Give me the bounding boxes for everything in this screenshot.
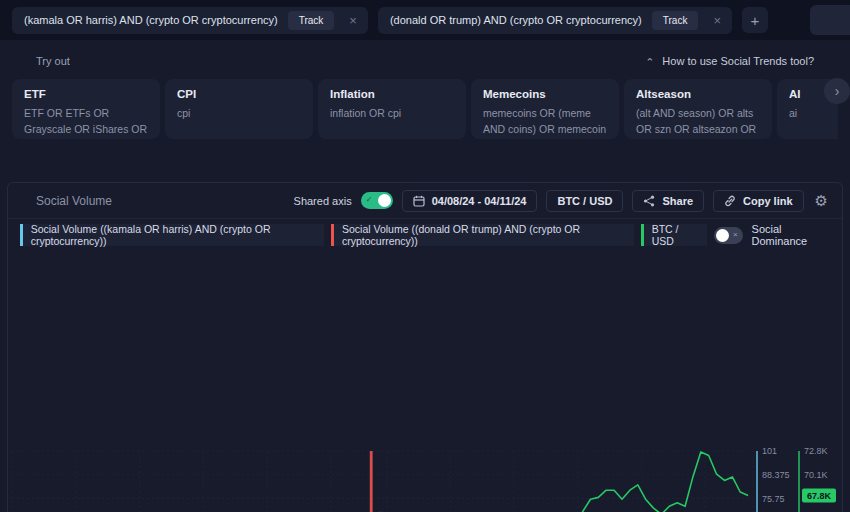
share-label: Share	[662, 195, 693, 207]
tryout-card-inflation[interactable]: Inflation inflation OR cpi	[318, 79, 466, 139]
cards-scroll-right-button[interactable]: ›	[824, 78, 850, 104]
plus-icon: +	[751, 12, 760, 29]
card-title: Inflation	[330, 88, 454, 100]
topbar: (kamala OR harris) AND (crypto OR crypto…	[0, 0, 850, 40]
calendar-icon	[413, 195, 425, 207]
settings-gear-icon[interactable]: ⚙	[813, 192, 830, 210]
card-desc: ETF OR ETFs OR Grayscale OR iShares OR b…	[24, 106, 148, 139]
link-icon	[724, 195, 736, 207]
svg-text:88.375: 88.375	[762, 470, 790, 480]
panel-header: Social Volume Shared axis ✓ 04/08/24 - 0…	[8, 183, 842, 219]
collapse-chevron-icon[interactable]: ⌃	[645, 56, 654, 69]
chevron-right-icon: ›	[835, 83, 840, 99]
query-text: (donald OR trump) AND (crypto OR cryptoc…	[390, 14, 642, 26]
card-title: Altseason	[636, 88, 760, 100]
query-text: (kamala OR harris) AND (crypto OR crypto…	[24, 14, 278, 26]
asset-selector-button[interactable]: BTC / USD	[546, 190, 623, 212]
card-title: CPI	[177, 88, 301, 100]
date-range-value: 04/08/24 - 04/11/24	[432, 195, 527, 207]
social-dominance-toggle[interactable]: ×	[714, 227, 742, 244]
svg-text:101: 101	[762, 446, 777, 456]
legend-color-bar	[20, 224, 23, 246]
copy-link-label: Copy link	[743, 195, 793, 207]
help-link[interactable]: ⌃ How to use Social Trends tool?	[645, 54, 814, 67]
tryout-card-altseason[interactable]: Altseason (alt AND season) OR alts OR sz…	[624, 79, 772, 139]
copy-link-button[interactable]: Copy link	[713, 190, 804, 212]
legend-row: Social Volume ((kamala OR harris) AND (c…	[8, 219, 842, 251]
share-icon	[643, 195, 655, 207]
card-desc: inflation OR cpi	[330, 106, 454, 122]
card-title: ETF	[24, 88, 148, 100]
query-chip-trump[interactable]: (donald OR trump) AND (crypto OR cryptoc…	[378, 7, 732, 34]
card-desc: memecoins OR (meme AND coins) OR memecoi…	[483, 106, 607, 139]
close-icon[interactable]: ×	[344, 13, 362, 28]
date-range-button[interactable]: 04/08/24 - 04/11/24	[402, 190, 538, 212]
tryout-section: Try out ⌃ How to use Social Trends tool?…	[0, 40, 850, 139]
tryout-cards: ETF ETF OR ETFs OR Grayscale OR iShares …	[12, 79, 838, 139]
social-volume-chart[interactable]: ·santiment·10188.37575.7563.12550.537.87…	[8, 433, 842, 512]
legend-item-trump[interactable]: Social Volume ((donald OR trump) AND (cr…	[331, 224, 634, 246]
track-button[interactable]: Track	[288, 11, 335, 30]
check-icon: ✓	[366, 195, 373, 204]
svg-text:72.8K: 72.8K	[804, 446, 828, 456]
asset-selector-label: BTC / USD	[557, 195, 612, 207]
shared-axis-toggle[interactable]: ✓	[361, 192, 393, 209]
tryout-card-etf[interactable]: ETF ETF OR ETFs OR Grayscale OR iShares …	[12, 79, 160, 139]
help-link-label: How to use Social Trends tool?	[662, 55, 814, 67]
close-icon[interactable]: ×	[708, 13, 726, 28]
svg-text:67.8K: 67.8K	[807, 491, 832, 501]
social-volume-panel: Social Volume Shared axis ✓ 04/08/24 - 0…	[7, 182, 843, 512]
legend-color-bar	[641, 224, 644, 246]
card-title: Memecoins	[483, 88, 607, 100]
legend-label: Social Volume ((donald OR trump) AND (cr…	[342, 223, 624, 247]
legend-label: BTC / USD	[652, 223, 698, 247]
legend-color-bar	[331, 224, 334, 246]
partial-chip	[810, 5, 850, 35]
x-icon: ×	[733, 230, 738, 239]
legend-label: Social Volume ((kamala OR harris) AND (c…	[31, 223, 315, 247]
svg-text:·santiment·: ·santiment·	[258, 503, 521, 512]
legend-item-kamala[interactable]: Social Volume ((kamala OR harris) AND (c…	[20, 224, 324, 246]
legend-item-btc[interactable]: BTC / USD	[641, 224, 707, 246]
toggle-knob	[378, 194, 391, 207]
query-chip-kamala[interactable]: (kamala OR harris) AND (crypto OR crypto…	[12, 7, 368, 34]
tryout-title: Try out	[36, 55, 70, 67]
panel-title: Social Volume	[36, 194, 112, 208]
tryout-card-cpi[interactable]: CPI cpi	[165, 79, 313, 139]
card-desc: (alt AND season) OR alts OR szn OR altse…	[636, 106, 760, 139]
share-button[interactable]: Share	[632, 190, 704, 212]
svg-text:70.1K: 70.1K	[804, 470, 828, 480]
add-query-button[interactable]: +	[742, 7, 768, 33]
shared-axis-label: Shared axis	[294, 195, 352, 207]
svg-text:75.75: 75.75	[762, 494, 785, 504]
social-dominance-label: Social Dominance	[752, 223, 830, 247]
card-desc: ai	[789, 106, 838, 122]
card-desc: cpi	[177, 106, 301, 122]
tryout-card-memecoins[interactable]: Memecoins memecoins OR (meme AND coins) …	[471, 79, 619, 139]
track-button[interactable]: Track	[652, 11, 699, 30]
toggle-knob	[716, 229, 729, 242]
